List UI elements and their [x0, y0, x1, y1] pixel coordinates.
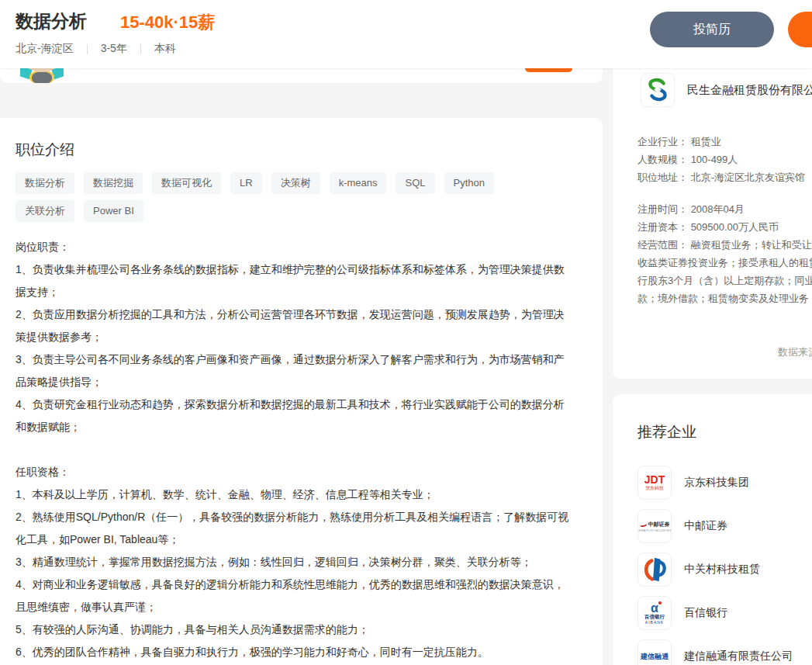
field-value: 北京-海淀区北京友谊宾馆	[691, 171, 805, 183]
field-value: 100-499人	[691, 154, 738, 165]
skill-tag: 决策树	[271, 172, 320, 194]
business-scope-line: 收益类证券投资业务；接受承租人的租赁保	[638, 254, 812, 272]
desc-paragraph: 任职资格：	[16, 461, 571, 483]
logo-swoosh	[639, 521, 647, 528]
logo-subtext: 百信银行	[644, 614, 665, 620]
aibank-logo-icon: α 百信银行 AIBANK	[638, 596, 672, 630]
logo-subtext: 京东科技	[645, 485, 664, 491]
business-scope-line: 经营范围： 融资租赁业务；转让和受让融资	[638, 236, 812, 254]
recommended-company-row[interactable]: 中关村科技租赁	[638, 552, 793, 587]
field-label: 注册时间：	[638, 203, 688, 215]
jd-tech-logo-icon: JDT 京东科技	[638, 466, 672, 500]
desc-paragraph: 1、本科及以上学历，计算机、数学、统计、金融、物理、经济、信息工程等相关专业；	[16, 483, 571, 506]
field-label: 人数规模：	[638, 154, 688, 165]
desc-paragraph: 2、熟练使用SQL/Python/R（任一），具备较强的数据分析能力，熟练使用分…	[16, 506, 571, 551]
job-intro-heading: 职位介绍	[16, 140, 74, 160]
logo-text: α	[651, 602, 658, 614]
desc-paragraph: 3、精通数理统计，掌握常用数据挖掘方法，例如：线性回归，逻辑回归，决策树分群，聚…	[16, 551, 571, 573]
recommended-company-row[interactable]: JDT 京东科技 京东科技集团	[638, 466, 793, 500]
field-label: 企业行业：	[638, 136, 688, 147]
jianxin-rongtong-logo-icon: 建信融通	[638, 639, 672, 665]
field-value: 509500.00万人民币	[691, 221, 779, 233]
recommended-company-name: 百信银行	[684, 606, 727, 620]
desc-paragraph	[16, 438, 571, 461]
company-field-row: 企业行业： 租赁业	[638, 133, 812, 151]
skill-tag: 数据可视化	[152, 172, 221, 194]
skill-tag: SQL	[396, 172, 434, 194]
skill-tag: Power BI	[84, 200, 143, 222]
recommended-company-row[interactable]: 中邮证券 CHINA POST SECURITIES 中邮证券	[638, 509, 793, 543]
business-scope-line: 行股东3个月（含）以上定期存款；同业拆借	[638, 272, 812, 289]
company-field-row: 注册时间： 2008年04月	[638, 200, 812, 218]
desc-paragraph: 5、有较强的人际沟通、协调能力，具备与相关人员沟通数据需求的能力；	[16, 618, 571, 641]
data-source-note: 数据来源	[778, 345, 812, 359]
company-info-card: 民生金融租赁股份有限公司 企业行业： 租赁业 人数规模： 100-499人 职位…	[613, 47, 812, 379]
desc-paragraph: 6、优秀的团队合作精神，具备自驱力和执行力，极强的学习能力和好奇心，同时有一定抗…	[16, 641, 571, 663]
desc-paragraph: 1、负责收集并梳理公司各业务条线的数据指标，建立和维护完整的公司级指标体系和标签…	[16, 258, 571, 303]
recommended-company-name: 京东科技集团	[684, 476, 749, 490]
avatar-shape	[32, 71, 52, 83]
recommended-company-name: 建信融通有限责任公司	[684, 649, 793, 663]
field-label: 注册资本：	[638, 221, 688, 233]
recommended-company-row[interactable]: α 百信银行 AIBANK 百信银行	[638, 596, 793, 630]
skill-tag: k-means	[330, 172, 387, 194]
field-label: 经营范围：	[638, 239, 688, 251]
chat-button-clipped[interactable]	[788, 12, 812, 47]
recommended-company-row[interactable]: 建信融通 建信融通有限责任公司	[638, 639, 793, 665]
skill-tag: 数据挖掘	[84, 172, 143, 194]
field-label: 职位地址：	[638, 171, 688, 183]
logo-subtext: CHINA POST SECURITIES	[638, 528, 672, 532]
company-field-row: 职位地址： 北京-海淀区北京友谊宾馆	[638, 168, 812, 186]
job-meta-row: 北京-海淀区 3-5年 本科	[16, 42, 176, 56]
field-value: 租赁业	[691, 136, 721, 147]
recruiter-avatar[interactable]	[20, 67, 64, 83]
recommended-company-name: 中关村科技租赁	[684, 563, 760, 577]
company-field-row: 人数规模： 100-499人	[638, 151, 812, 168]
skill-tag: Python	[444, 172, 494, 194]
job-header: 数据分析 15-40k·15薪 北京-海淀区 3-5年 本科 投简历	[0, 0, 812, 68]
business-scope-line: 款；境外借款；租赁物变卖及处理业务；经	[638, 289, 812, 307]
company-field-row: 注册资本： 509500.00万人民币	[638, 218, 812, 236]
job-location: 北京-海淀区	[16, 42, 74, 56]
job-description-text: 岗位职责： 1、负责收集并梳理公司各业务条线的数据指标，建立和维护完整的公司级指…	[16, 236, 571, 663]
skill-tag: 数据分析	[16, 172, 74, 194]
desc-paragraph: 岗位职责：	[16, 236, 571, 258]
spacer	[638, 186, 812, 200]
zhongguancun-leasing-logo-icon	[638, 552, 672, 587]
job-description-card: 职位介绍 数据分析 数据挖掘 数据可视化 LR 决策树 k-means SQL …	[0, 118, 603, 665]
recommended-companies-card: 推荐企业 JDT 京东科技 京东科技集团 中邮证券 CHINA POST SEC…	[613, 394, 812, 665]
meta-divider	[140, 44, 141, 54]
page-title: 数据分析	[16, 9, 87, 33]
job-experience: 3-5年	[101, 42, 127, 56]
desc-paragraph: 2、负责应用数据分析挖掘的工具和方法，分析公司运营管理各环节数据，发现运营问题，…	[16, 303, 571, 348]
desc-paragraph: 3、负责主导公司各不同业务条线的客户画像和资产画像，通过数据分析深入了解客户需求…	[16, 348, 571, 393]
minsheng-logo-icon	[643, 76, 672, 104]
swirl-logo-icon	[642, 556, 667, 584]
logo-text: 中邮证券	[648, 521, 670, 528]
recommended-company-name: 中邮证券	[684, 519, 727, 533]
skill-tag: 关联分析	[16, 200, 74, 222]
desc-paragraph: 4、负责研究金租行业动态和趋势，探索数据分析和数据挖掘的最新工具和技术，将行业实…	[16, 393, 571, 438]
skill-tag: LR	[230, 172, 262, 194]
china-post-securities-logo-icon: 中邮证券 CHINA POST SECURITIES	[638, 509, 672, 543]
meta-divider	[87, 44, 88, 54]
company-name-link[interactable]: 民生金融租赁股份有限公司	[687, 83, 812, 98]
field-value: 2008年04月	[691, 203, 745, 215]
company-fields: 企业行业： 租赁业 人数规模： 100-499人 职位地址： 北京-海淀区北京友…	[638, 133, 812, 307]
apply-resume-button[interactable]: 投简历	[650, 12, 774, 47]
company-logo	[641, 73, 675, 107]
recommended-list: JDT 京东科技 京东科技集团 中邮证券 CHINA POST SECURITI…	[638, 466, 793, 665]
field-value: 融资租赁业务；转让和受让融资	[691, 239, 812, 251]
recommended-heading: 推荐企业	[638, 422, 696, 442]
logo-text: 建信融通	[641, 652, 669, 662]
logo-text: JDT	[644, 474, 665, 485]
salary-text: 15-40k·15薪	[120, 11, 215, 34]
job-education: 本科	[154, 42, 176, 56]
logo-subtext: AIBANK	[645, 620, 664, 625]
skill-tags: 数据分析 数据挖掘 数据可视化 LR 决策树 k-means SQL Pytho…	[16, 172, 558, 222]
desc-paragraph: 4、对商业和业务逻辑敏感，具备良好的逻辑分析能力和系统性思维能力，优秀的数据思维…	[16, 573, 571, 618]
